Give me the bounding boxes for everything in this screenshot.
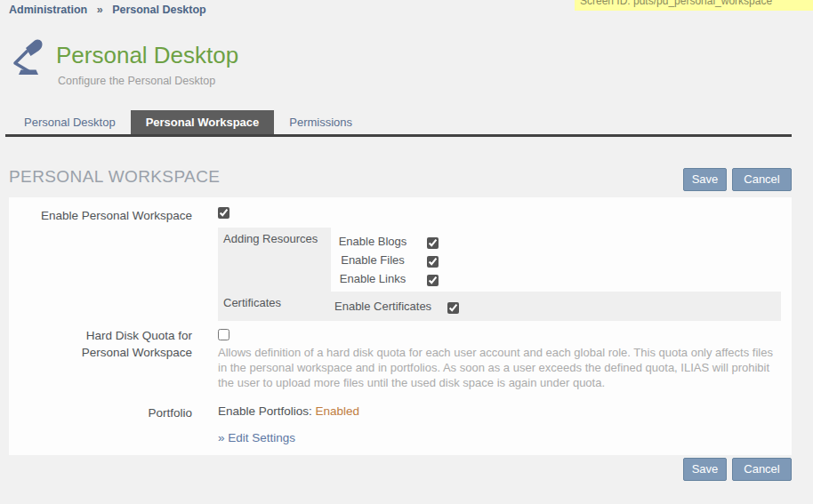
page-subtitle: Configure the Personal Desktop [58, 75, 215, 87]
portfolio-status-label: Enable Portfolios: [218, 404, 312, 418]
screen-id-badge: Screen ID: pdts/pd_personal_workspace [575, 0, 813, 11]
enable-blogs-row: Enable Blogs [334, 232, 781, 251]
sub-settings-table: Adding Resources Enable Blogs Enable Fil… [218, 228, 781, 321]
portfolio-status-value: Enabled [316, 404, 360, 418]
tab-personal-desktop[interactable]: Personal Desktop [9, 110, 131, 134]
certificates-label: Certificates [218, 292, 331, 321]
enable-files-label: Enable Files [334, 251, 411, 269]
enable-links-row: Enable Links [334, 269, 781, 288]
breadcrumb-separator: » [97, 4, 103, 16]
adding-resources-label: Adding Resources [218, 228, 331, 292]
portfolio-status: Enable Portfolios: Enabled [218, 404, 359, 418]
enable-personal-workspace-checkbox[interactable] [218, 207, 229, 219]
desk-lamp-icon [10, 38, 47, 82]
portfolio-label: Portfolio [9, 404, 192, 421]
tab-personal-workspace[interactable]: Personal Workspace [131, 110, 275, 134]
breadcrumb-link-personal-desktop[interactable]: Personal Desktop [112, 4, 206, 16]
breadcrumb: Administration » Personal Desktop [9, 4, 206, 16]
tab-permissions[interactable]: Permissions [274, 110, 367, 134]
enable-blogs-label: Enable Blogs [334, 232, 411, 251]
certificates-group: Certificates Enable Certificates [218, 292, 781, 321]
save-button-top[interactable]: Save [683, 168, 727, 191]
enable-certificates-checkbox[interactable] [447, 302, 459, 314]
enable-files-row: Enable Files [334, 251, 781, 269]
cancel-button-bottom[interactable]: Cancel [732, 458, 792, 481]
edit-settings-link[interactable]: » Edit Settings [218, 431, 295, 444]
enable-personal-workspace-label: Enable Personal Workspace [9, 207, 192, 224]
hard-disk-quota-checkbox[interactable] [218, 329, 229, 340]
section-title: PERSONAL WORKSPACE [9, 167, 220, 187]
hard-disk-quota-label: Hard Disk Quota for Personal Workspace [9, 327, 192, 361]
tab-bar: Personal Desktop Personal Workspace Perm… [9, 110, 367, 134]
adding-resources-group: Adding Resources Enable Blogs Enable Fil… [218, 228, 781, 292]
enable-certificates-row: Enable Certificates [334, 296, 781, 317]
enable-files-checkbox[interactable] [427, 256, 439, 268]
page-title: Personal Desktop [56, 42, 238, 69]
tab-underline-rule [5, 134, 792, 137]
breadcrumb-link-administration[interactable]: Administration [9, 4, 87, 16]
enable-links-checkbox[interactable] [427, 275, 439, 286]
personal-workspace-form: Enable Personal Workspace Adding Resourc… [9, 197, 792, 455]
enable-links-label: Enable Links [334, 269, 411, 288]
enable-certificates-label: Enable Certificates [334, 296, 431, 317]
enable-blogs-checkbox[interactable] [427, 237, 439, 249]
cancel-button-top[interactable]: Cancel [732, 168, 792, 191]
save-button-bottom[interactable]: Save [683, 458, 727, 481]
hard-disk-quota-description: Allows definition of a hard disk quota f… [218, 345, 778, 390]
